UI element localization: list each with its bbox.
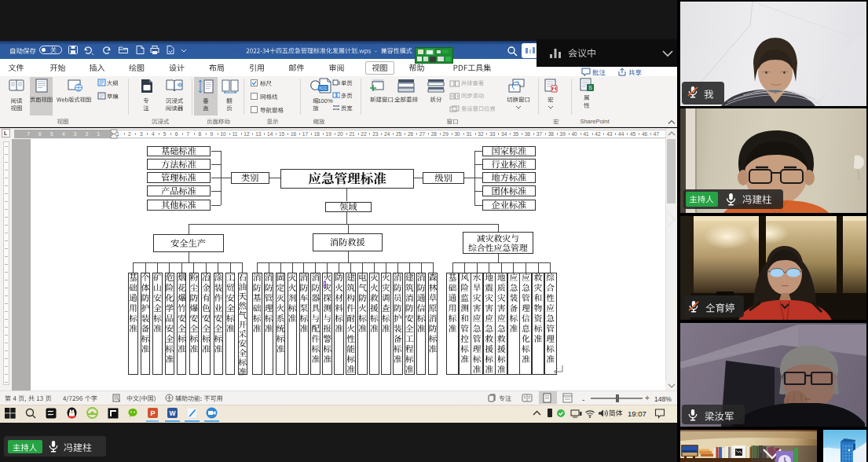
svg-text:S: S	[588, 85, 592, 90]
svg-text:W: W	[169, 409, 176, 417]
svg-text:P: P	[150, 409, 155, 417]
svg-text:ICC: ICC	[319, 86, 328, 90]
